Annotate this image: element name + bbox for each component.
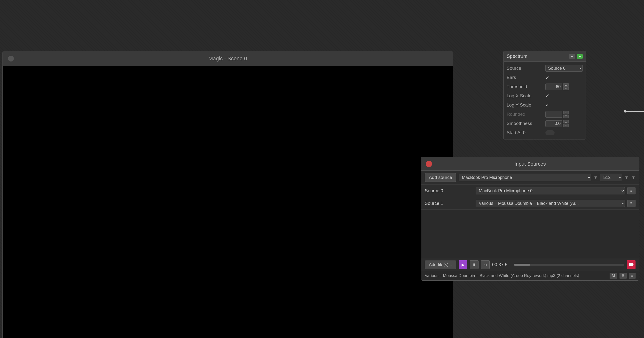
spectrum-title: Spectrum <box>506 53 528 59</box>
source-0-device-select[interactable]: MacBook Pro Microphone 0 <box>476 187 625 194</box>
spectrum-body: Source Source 0 Bars ✓ Threshold ▲ ▼ <box>504 62 586 139</box>
source-1-menu-button[interactable]: ≡ <box>627 200 636 207</box>
source-0-menu-button[interactable]: ≡ <box>627 187 636 194</box>
file-info-bar: Various – Moussa Doumbia – Black and Whi… <box>421 271 639 280</box>
progress-bar[interactable] <box>514 264 624 266</box>
smoothness-down-button[interactable]: ▼ <box>563 124 569 127</box>
toolbar-arrow-icon: ▼ <box>594 175 598 180</box>
scene-close-button[interactable] <box>8 56 14 61</box>
log-x-checkmark[interactable]: ✓ <box>546 93 583 99</box>
spectrum-minimize-button[interactable]: − <box>569 54 575 59</box>
spectrum-expand-button[interactable]: + <box>577 54 583 59</box>
rewind-button[interactable]: ⏮ <box>481 260 490 269</box>
threshold-down-button[interactable]: ▼ <box>563 87 569 90</box>
smoothness-input[interactable] <box>546 120 562 127</box>
bars-label: Bars <box>506 75 546 80</box>
scene-canvas <box>3 66 453 338</box>
threshold-up-button[interactable]: ▲ <box>563 83 569 87</box>
rounded-input-wrapper: ▲ ▼ <box>546 111 569 118</box>
spectrum-controls: − + <box>569 54 583 59</box>
source-list-empty <box>421 210 639 258</box>
source-1-name: Source 1 <box>425 201 473 206</box>
scene-window: Magic - Scene 0 280x780 60.2 <box>2 51 453 338</box>
rounded-label: Rounded <box>506 112 546 117</box>
smoothness-prop-row: Smoothness ▲ ▼ <box>504 119 586 128</box>
source-select-wrapper: Source 0 <box>546 65 583 72</box>
add-files-button[interactable]: Add file(s)... <box>425 261 456 269</box>
file-name: Various – Moussa Doumbia – Black and Whi… <box>425 273 607 278</box>
toolbar-arrow3-icon: ▼ <box>631 175 636 180</box>
rounded-input[interactable] <box>546 111 562 118</box>
start-at-0-toggle[interactable] <box>546 130 554 135</box>
add-source-button[interactable]: Add source <box>425 173 456 182</box>
input-close-button[interactable] <box>426 161 432 167</box>
mute-button[interactable]: M <box>610 273 617 279</box>
toolbar-arrow2-icon: ▼ <box>624 175 629 180</box>
rounded-stepper: ▲ ▼ <box>563 111 569 118</box>
smoothness-label: Smoothness <box>506 121 546 126</box>
source-0-name: Source 0 <box>425 188 473 193</box>
threshold-input[interactable] <box>546 83 562 90</box>
solo-button[interactable]: S <box>620 273 626 279</box>
record-button[interactable] <box>627 260 636 269</box>
source-row-1: Source 1 Various – Moussa Doumbia – Blac… <box>421 197 639 210</box>
rounded-prop-row: Rounded ▲ ▼ <box>504 110 586 119</box>
record-icon <box>629 262 634 267</box>
number-select[interactable]: 512 <box>600 174 622 181</box>
threshold-stepper: ▲ ▼ <box>563 83 569 90</box>
time-display: 00:37.5 <box>492 262 512 267</box>
source-1-device-select[interactable]: Various – Moussa Doumbia – Black and Whi… <box>476 200 625 207</box>
smoothness-input-wrapper: ▲ ▼ <box>546 120 569 127</box>
spectrum-titlebar: Spectrum − + <box>504 51 586 62</box>
start-at-0-label: Start At 0 <box>506 130 546 135</box>
input-sources-panel: Input Sources Add source MacBook Pro Mic… <box>421 157 639 281</box>
input-titlebar: Input Sources <box>421 157 639 171</box>
svg-point-1 <box>624 110 626 113</box>
bars-prop-row: Bars ✓ <box>504 73 586 82</box>
play-button[interactable]: ▶ <box>459 260 467 269</box>
rounded-down-button[interactable]: ▼ <box>563 114 569 118</box>
log-x-prop-row: Log X Scale ✓ <box>504 91 586 100</box>
scene-title: Magic - Scene 0 <box>208 55 247 62</box>
progress-fill <box>514 264 530 266</box>
device-select[interactable]: MacBook Pro Microphone <box>459 174 591 181</box>
source-list: Source 0 MacBook Pro Microphone 0 ≡ Sour… <box>421 185 639 210</box>
bars-checkmark[interactable]: ✓ <box>546 75 583 80</box>
file-menu-button[interactable]: ≡ <box>629 273 636 279</box>
rounded-up-button[interactable]: ▲ <box>563 111 569 114</box>
threshold-input-wrapper: ▲ ▼ <box>546 83 569 90</box>
log-y-prop-row: Log Y Scale ✓ <box>504 100 586 110</box>
source-prop-row: Source Source 0 <box>504 64 586 73</box>
smoothness-up-button[interactable]: ▲ <box>563 120 569 123</box>
threshold-prop-row: Threshold ▲ ▼ <box>504 82 586 91</box>
start-at-0-prop-row: Start At 0 <box>504 128 586 137</box>
source-label: Source <box>506 66 546 71</box>
log-y-label: Log Y Scale <box>506 102 546 108</box>
spectrum-panel: Spectrum − + Source Source 0 Bars ✓ Thre… <box>504 51 586 139</box>
log-x-label: Log X Scale <box>506 93 546 98</box>
source-row-0: Source 0 MacBook Pro Microphone 0 ≡ <box>421 185 639 197</box>
pause-button[interactable]: ⏸ <box>470 260 478 269</box>
scene-titlebar: Magic - Scene 0 <box>3 51 453 66</box>
input-toolbar: Add source MacBook Pro Microphone ▼ 512 … <box>421 171 639 185</box>
input-title: Input Sources <box>514 161 546 167</box>
playback-bar: Add file(s)... ▶ ⏸ ⏮ 00:37.5 <box>421 258 639 271</box>
smoothness-stepper: ▲ ▼ <box>563 120 569 127</box>
source-select[interactable]: Source 0 <box>546 65 583 72</box>
threshold-label: Threshold <box>506 84 546 89</box>
log-y-checkmark[interactable]: ✓ <box>546 102 583 108</box>
